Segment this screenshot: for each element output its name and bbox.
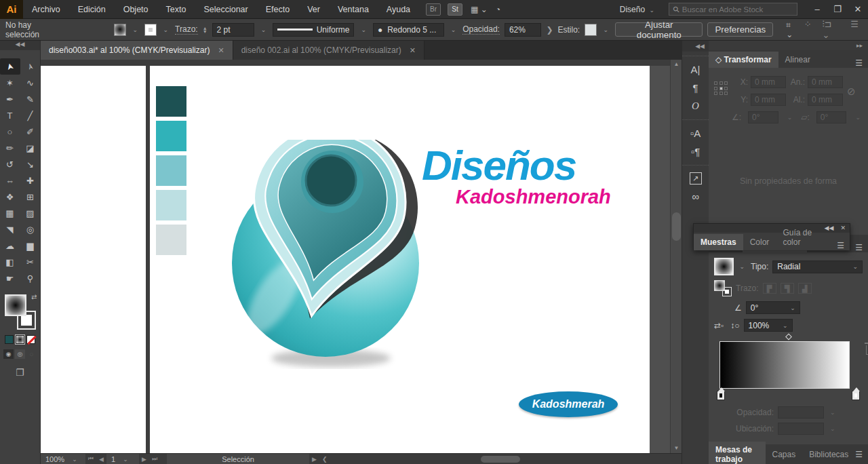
tab-close-icon[interactable]: ✕: [218, 46, 224, 55]
artwork-swatch-1[interactable]: [156, 86, 186, 117]
menu-objeto[interactable]: Objeto: [115, 5, 157, 14]
status-menu-icon[interactable]: ▶: [309, 456, 319, 463]
gradient-ramp[interactable]: [719, 341, 850, 389]
stroke-color-swatch[interactable]: [144, 24, 156, 36]
gradient-tool[interactable]: ▨: [20, 205, 41, 221]
stroke-chevron-icon[interactable]: ⌄: [161, 26, 171, 33]
prev-artboard-icon[interactable]: ◀: [96, 456, 106, 463]
color-button[interactable]: [5, 335, 14, 344]
control-menu-icon[interactable]: ☰: [850, 19, 859, 40]
menu-ayuda[interactable]: Ayuda: [378, 5, 419, 14]
menu-ventana[interactable]: Ventana: [329, 5, 378, 14]
selection-tool[interactable]: ➤: [0, 58, 20, 75]
slice-tool[interactable]: ✂: [20, 254, 41, 270]
workspace-switcher[interactable]: Diseño ⌄: [620, 5, 656, 14]
horizontal-scroll-thumb[interactable]: [481, 456, 520, 463]
width-tool[interactable]: ⇔: [0, 172, 20, 189]
pen-tool[interactable]: ✒: [0, 91, 20, 107]
minimize-button[interactable]: –: [807, 2, 827, 17]
hscroll-left-icon[interactable]: ❮: [319, 456, 330, 463]
none-button[interactable]: [26, 335, 35, 344]
doc-tab-diseno002[interactable]: diseño 002.ai al 100% (CMYK/Previsualiza…: [233, 41, 425, 60]
restore-button[interactable]: ❐: [827, 2, 848, 17]
preferencias-button[interactable]: Preferencias: [707, 22, 773, 37]
stroke-weight-value[interactable]: 2 pt: [212, 23, 254, 37]
artboard-number-select[interactable]: 1⌄: [106, 454, 139, 464]
tab-mesas-de-trabajo[interactable]: Mesas de trabajo: [709, 442, 766, 464]
swatches-menu-icon[interactable]: ☰: [837, 241, 850, 250]
gradient-midpoint-handle[interactable]: [785, 334, 792, 341]
artboard-tool[interactable]: ◧: [0, 254, 20, 270]
close-button[interactable]: ✕: [848, 2, 868, 17]
gradient-panel-menu-icon[interactable]: ☰: [855, 243, 868, 252]
gradient-type-select[interactable]: Radial⌄: [772, 260, 863, 273]
tab-transformar[interactable]: ◇ Transformar: [709, 52, 778, 68]
stroke-weight-stepper[interactable]: ▲▼: [203, 26, 208, 33]
stroke-weight-label[interactable]: Trazo:: [175, 24, 198, 35]
dock-layout-icon[interactable]: ⫶⊐ ⌄: [823, 19, 840, 40]
reference-point-locator[interactable]: [714, 81, 729, 96]
artwork-swatch-2[interactable]: [156, 121, 186, 151]
zoom-tool[interactable]: ⚲: [20, 270, 41, 286]
variable-width-chevron-icon[interactable]: ⌄: [359, 26, 368, 33]
arrange-documents-icon[interactable]: ▦ ⌄: [471, 5, 488, 14]
blend-tool[interactable]: ◎: [20, 221, 41, 237]
draw-normal-icon[interactable]: ◉: [3, 349, 14, 359]
next-artboard-icon[interactable]: ▶: [139, 456, 149, 463]
tab-close-icon[interactable]: ✕: [410, 46, 416, 55]
export-panel-icon[interactable]: ↗: [690, 172, 702, 185]
gradient-stop-white[interactable]: [852, 391, 860, 400]
gradient-thumbnail[interactable]: [714, 258, 734, 275]
ellipse-tool[interactable]: ○: [0, 123, 20, 140]
fill-swatch[interactable]: [5, 294, 26, 316]
eyedropper-tool[interactable]: ◥: [0, 221, 20, 237]
document-canvas[interactable]: Diseños Kadoshmenorah Kadoshmerah: [41, 60, 670, 453]
magic-wand-tool[interactable]: ✶: [0, 75, 20, 91]
vertical-scrollbar[interactable]: ▲ ▼: [670, 60, 682, 453]
gradient-button[interactable]: [16, 335, 24, 344]
panel-close-icon[interactable]: ✕: [840, 225, 846, 232]
brush-select[interactable]: ●Redondo 5 ...: [373, 23, 444, 37]
mesh-tool[interactable]: ▦: [0, 205, 20, 221]
vertical-scroll-thumb[interactable]: [672, 212, 681, 241]
paragraph-panel-icon[interactable]: ¶: [682, 79, 709, 97]
aspect-ratio-select[interactable]: 100%⌄: [744, 319, 793, 332]
style-swatch[interactable]: [585, 24, 596, 36]
stroke-weight-chevron-icon[interactable]: ⌄: [259, 26, 269, 33]
bridge-icon[interactable]: Br: [426, 3, 441, 16]
stock-icon[interactable]: St: [448, 3, 462, 16]
tab-color[interactable]: Color: [743, 234, 776, 250]
style-chevron-icon[interactable]: ⌄: [601, 26, 611, 33]
headline-text[interactable]: Diseños: [422, 141, 576, 189]
badge-ellipse[interactable]: Kadoshmerah: [519, 391, 618, 417]
menu-efecto[interactable]: Efecto: [257, 5, 298, 14]
search-input[interactable]: [682, 5, 791, 14]
menu-texto[interactable]: Texto: [157, 5, 195, 14]
strip-collapse-icon[interactable]: ◀◀: [682, 41, 709, 52]
menu-seleccionar[interactable]: Seleccionar: [195, 5, 256, 14]
tab-muestras[interactable]: Muestras: [694, 234, 743, 250]
paragraph-styles-panel-icon[interactable]: ▫¶: [682, 142, 709, 161]
fill-color-swatch[interactable]: [114, 24, 125, 36]
hand-tool[interactable]: ☛: [0, 270, 20, 286]
arrange-grid-icon[interactable]: ⁘: [804, 19, 812, 40]
menu-edicion[interactable]: Edición: [69, 5, 115, 14]
brush-chevron-icon[interactable]: ⌄: [449, 26, 458, 33]
ajustar-documento-button[interactable]: Ajustar documento: [615, 22, 703, 37]
fill-chevron-icon[interactable]: ⌄: [131, 26, 140, 33]
gpu-performance-icon[interactable]: ◔: [496, 5, 500, 14]
draw-behind-icon[interactable]: ◎: [15, 349, 25, 359]
symbol-sprayer-tool[interactable]: ☁: [0, 237, 20, 254]
opentype-panel-icon[interactable]: O: [682, 97, 709, 115]
opacity-label[interactable]: Opacidad:: [462, 24, 500, 35]
tab-alinear[interactable]: Alinear: [778, 52, 817, 68]
shaper-tool[interactable]: ✏: [0, 140, 20, 156]
screen-mode-icon[interactable]: ❐: [14, 367, 27, 378]
curvature-tool[interactable]: ✎: [20, 91, 41, 107]
reverse-gradient-icon[interactable]: ⇄▫: [714, 321, 724, 330]
gradient-stop-black[interactable]: [717, 391, 725, 400]
gradient-fill-stroke-icon[interactable]: [714, 280, 732, 296]
free-transform-tool[interactable]: ✚: [20, 172, 41, 189]
isolate-icon[interactable]: ⌗ ⌄: [786, 20, 799, 39]
swap-fill-stroke-icon[interactable]: ⇄: [31, 293, 37, 301]
